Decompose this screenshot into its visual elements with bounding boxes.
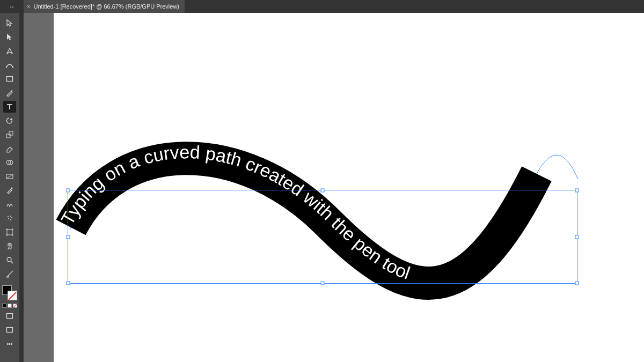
tool-gradient[interactable] <box>3 171 16 182</box>
svg-rect-17 <box>7 328 13 333</box>
tool-panel: ••• <box>0 13 19 362</box>
tool-zoom[interactable] <box>3 254 16 266</box>
tool-brush[interactable] <box>3 87 16 99</box>
tool-eyedropper[interactable] <box>3 184 16 196</box>
svg-point-15 <box>7 257 11 262</box>
tool-artboard[interactable] <box>3 226 16 238</box>
svg-point-13 <box>10 219 11 220</box>
stroke-swatch[interactable] <box>8 291 17 300</box>
expand-panels-icon[interactable]: ›› <box>0 0 24 13</box>
default-colors[interactable] <box>2 304 17 308</box>
svg-point-1 <box>12 67 14 68</box>
tool-type[interactable] <box>3 101 16 113</box>
draw-mode-behind[interactable] <box>3 324 16 336</box>
path-stroke[interactable] <box>71 158 537 283</box>
tool-shape-builder[interactable] <box>3 157 16 168</box>
svg-rect-4 <box>9 131 13 135</box>
tool-slice[interactable] <box>3 268 16 280</box>
mini-white[interactable] <box>8 304 12 308</box>
fill-stroke-swatches[interactable] <box>2 285 17 300</box>
svg-point-11 <box>11 217 12 218</box>
svg-rect-14 <box>7 230 12 235</box>
artwork-text-on-path[interactable]: Typing on a curved path created with the… <box>54 13 644 362</box>
tool-pen[interactable] <box>3 45 16 57</box>
tool-hand[interactable] <box>3 240 16 252</box>
document-tab-title: Untitled-1 [Recovered]* @ 66.67% (RGB/GP… <box>33 3 179 10</box>
canvas-pasteboard <box>24 13 54 362</box>
svg-point-8 <box>11 188 13 189</box>
svg-rect-2 <box>7 77 13 82</box>
close-icon[interactable]: × <box>27 3 30 10</box>
draw-mode-normal[interactable] <box>3 310 16 322</box>
svg-rect-3 <box>6 134 10 138</box>
mini-none[interactable] <box>13 304 17 308</box>
document-tab[interactable]: × Untitled-1 [Recovered]* @ 66.67% (RGB/… <box>24 0 185 13</box>
tool-rectangle[interactable] <box>3 73 16 85</box>
tool-rotate[interactable] <box>3 115 16 127</box>
tool-selection[interactable] <box>3 17 16 29</box>
artboard[interactable]: Typing on a curved path created with the… <box>54 13 644 362</box>
svg-point-0 <box>6 67 8 68</box>
document-tab-bar: ›› × Untitled-1 [Recovered]* @ 66.67% (R… <box>0 0 644 13</box>
panel-dock-edge <box>19 13 24 362</box>
svg-point-9 <box>8 216 9 217</box>
svg-rect-16 <box>7 314 13 319</box>
mini-black[interactable] <box>2 304 6 308</box>
tool-curvature[interactable] <box>3 59 16 71</box>
svg-point-12 <box>8 218 9 219</box>
tool-eraser[interactable] <box>3 143 16 154</box>
tool-scale[interactable] <box>3 129 16 141</box>
edit-toolbar[interactable]: ••• <box>3 338 16 350</box>
svg-point-10 <box>10 216 11 217</box>
tool-direct-select[interactable] <box>3 31 16 43</box>
tool-symbol-spray[interactable] <box>3 212 16 224</box>
tool-blend[interactable] <box>3 198 16 210</box>
